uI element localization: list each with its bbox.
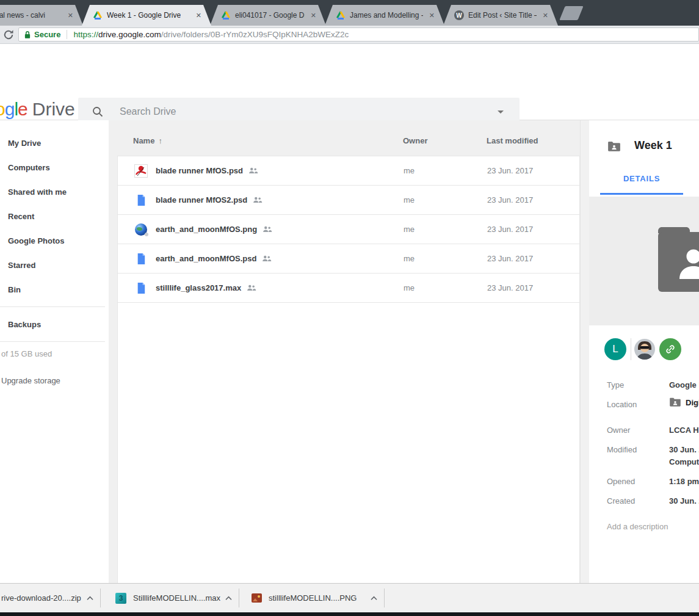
url-scheme: https:// [73,30,98,39]
list-header: Name ↑ Owner Last modified [109,120,580,156]
main-area: My Drive Computers Shared with me Recent… [0,120,699,583]
png-image-file-icon [252,593,262,603]
field-label-modified: Modified [607,445,637,454]
address-bar[interactable]: Secure https://drive.google.com/drive/fo… [18,27,699,42]
column-header-last-modified[interactable]: Last modified [487,136,538,145]
column-header-name[interactable]: Name ↑ [133,136,162,145]
close-icon[interactable]: ✕ [190,12,201,20]
file-modified-date: 23 Jun. 2017 [487,283,533,292]
vertical-scrollbar[interactable] [580,120,589,583]
file-name: blade runner MfOS.psd [156,166,243,175]
close-icon[interactable]: ✕ [62,12,73,20]
file-owner: me [404,225,415,234]
generic-file-icon [134,252,148,266]
security-status[interactable]: Secure [24,30,60,39]
google-drive-icon [221,10,231,20]
link-sharing-badge[interactable] [659,338,681,360]
file-row[interactable]: blade runner MfOS2.psd me 23 Jun. 2017 [118,186,579,215]
tab-edit-post[interactable]: W Edit Post ‹ Site Title — W ✕ [443,5,558,26]
sidebar-item-computers[interactable]: Computers [0,155,109,179]
search-input[interactable] [120,106,498,117]
close-icon[interactable]: ✕ [537,12,548,20]
sort-ascending-icon[interactable]: ↑ [158,136,162,145]
chevron-up-icon[interactable] [225,595,233,601]
shared-users-row: L [604,338,681,360]
search-icon[interactable] [92,106,104,118]
drive-header: ogleDrive NEW Shared with me › Elisabett… [0,44,699,120]
field-value-opened: 1:18 pm b [669,477,699,486]
reload-icon[interactable] [2,29,15,41]
sidebar-divider [0,341,105,342]
3ds-max-file-icon: 3 [115,593,126,604]
avatar-letter-l[interactable]: L [604,338,626,360]
sidebar-item-starred[interactable]: Starred [0,253,109,277]
browser-toolbar: Secure https://drive.google.com/drive/fo… [0,26,699,44]
logo-letter: g [5,99,15,119]
close-icon[interactable]: ✕ [305,12,316,20]
sidebar-item-bin[interactable]: Bin [0,277,109,302]
location-folder-name: Digit [686,398,699,407]
sidebar-item-google-photos[interactable]: Google Photos [0,228,109,253]
details-folder-title: Week 1 [634,139,672,152]
link-icon [665,344,676,355]
details-tab-underline [600,193,683,195]
file-row[interactable]: blade runner MfOS.psd me 23 Jun. 2017 [118,156,579,186]
add-description-field[interactable]: Add a description [607,522,668,531]
download-item-max[interactable]: 3 StilllifeMODELLIN....max [101,584,239,612]
sidebar-item-my-drive[interactable]: My Drive [0,131,109,155]
file-owner: me [404,283,415,292]
upgrade-storage-link[interactable]: Upgrade storage [0,376,109,385]
search-options-caret-icon[interactable] [498,111,504,114]
field-value-location[interactable]: Digit [669,397,699,407]
storage-usage-text: of 15 GB used [0,349,109,358]
file-owner: me [404,195,415,205]
tab-festival-news[interactable]: st festival news - calvi ✕ [0,5,83,26]
avatar-photo[interactable] [634,339,655,360]
google-drive-icon [336,10,346,20]
file-modified-date: 23 Jun. 2017 [487,225,533,234]
browser-tab-strip: st festival news - calvi ✕ Week 1 - Goog… [0,0,699,26]
name-column-label: Name [133,136,154,145]
sidebar-item-recent[interactable]: Recent [0,204,109,228]
sidebar-item-backups[interactable]: Backups [0,312,109,336]
generic-file-icon [134,193,148,208]
close-icon[interactable]: ✕ [423,12,435,20]
chevron-up-icon[interactable] [370,595,378,601]
logo-letter: o [0,99,5,119]
tab-week1-drive[interactable]: Week 1 - Google Drive ✕ [82,5,211,26]
download-item-zip[interactable]: rive-download-20....zip [0,584,100,612]
download-file-name: rive-download-20....zip [1,593,81,603]
tab-details[interactable]: DETAILS [589,174,694,183]
download-file-name: StilllifeMODELLIN....max [133,593,220,603]
omnibox-divider [67,30,67,39]
tab-eli041017-drive[interactable]: eli041017 - Google Drive ✕ [210,5,326,26]
file-name: earth_and_moonMfOS.png [156,225,257,234]
file-row[interactable]: stilllife_glass2017.max me 23 Jun. 2017 [118,274,579,303]
browser-window: st festival news - calvi ✕ Week 1 - Goog… [0,0,699,616]
sidebar-item-shared-with-me[interactable]: Shared with me [0,179,109,204]
download-item-png[interactable]: stilllifeMODELLIN....PNG [239,584,384,612]
logo-drive-word: Drive [32,99,75,119]
avatar-divider [631,338,631,360]
tab-james-modelling[interactable]: James and Modelling - G ✕ [325,5,444,26]
field-label-type: Type [607,380,624,390]
details-info: L [589,325,699,583]
field-value-modified-line2: Computer [669,457,699,466]
chevron-up-icon[interactable] [86,595,94,601]
file-name: stilllife_glass2017.max [156,283,241,292]
column-header-owner[interactable]: Owner [403,136,427,145]
field-label-opened: Opened [607,477,635,486]
file-modified-date: 23 Jun. 2017 [487,195,533,205]
tab-title: eli041017 - Google Drive [235,11,305,20]
padlock-icon [24,31,31,39]
new-tab-button[interactable] [559,6,583,20]
downloads-bar: rive-download-20....zip 3 StilllifeMODEL… [0,583,699,612]
sidebar-divider [0,306,105,307]
field-value-owner: LCCA HN [669,426,699,435]
field-value-created: 30 Jun. 2 [669,496,699,505]
tab-title: Edit Post ‹ Site Title — W [468,11,537,20]
field-label-created: Created [607,496,635,505]
shared-people-icon [247,284,256,291]
file-row[interactable]: earth_and_moonMfOS.psd me 23 Jun. 2017 [118,244,579,274]
file-row[interactable]: earth_and_moonMfOS.png me 23 Jun. 2017 [118,215,579,244]
